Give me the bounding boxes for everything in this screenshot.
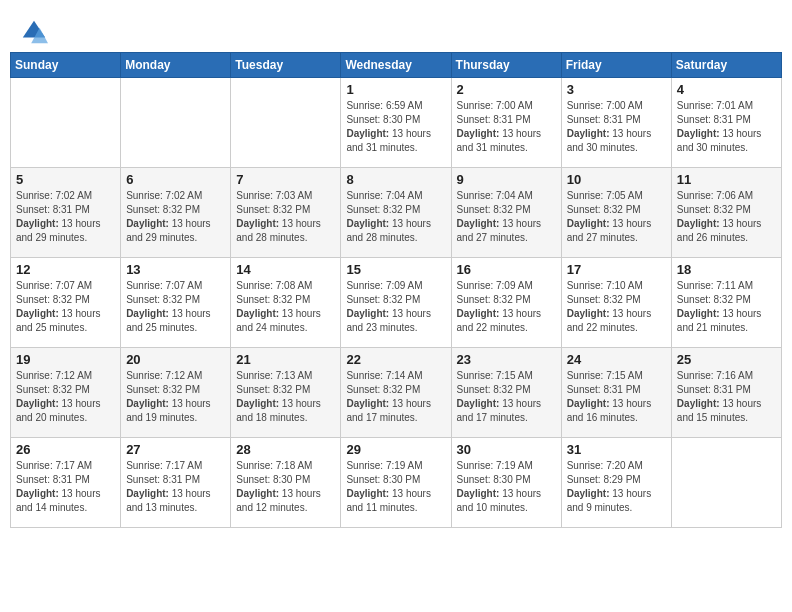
page-header — [10, 10, 782, 52]
calendar-week-3: 12Sunrise: 7:07 AMSunset: 8:32 PMDayligh… — [11, 258, 782, 348]
calendar-cell: 22Sunrise: 7:14 AMSunset: 8:32 PMDayligh… — [341, 348, 451, 438]
day-info: Sunrise: 7:10 AMSunset: 8:32 PMDaylight:… — [567, 279, 666, 335]
calendar-cell: 3Sunrise: 7:00 AMSunset: 8:31 PMDaylight… — [561, 78, 671, 168]
day-info: Sunrise: 7:20 AMSunset: 8:29 PMDaylight:… — [567, 459, 666, 515]
calendar-cell: 18Sunrise: 7:11 AMSunset: 8:32 PMDayligh… — [671, 258, 781, 348]
day-info: Sunrise: 7:09 AMSunset: 8:32 PMDaylight:… — [346, 279, 445, 335]
day-info: Sunrise: 7:09 AMSunset: 8:32 PMDaylight:… — [457, 279, 556, 335]
day-info: Sunrise: 7:12 AMSunset: 8:32 PMDaylight:… — [16, 369, 115, 425]
day-number: 16 — [457, 262, 556, 277]
day-number: 21 — [236, 352, 335, 367]
calendar-cell: 28Sunrise: 7:18 AMSunset: 8:30 PMDayligh… — [231, 438, 341, 528]
day-info: Sunrise: 7:01 AMSunset: 8:31 PMDaylight:… — [677, 99, 776, 155]
day-number: 17 — [567, 262, 666, 277]
day-info: Sunrise: 7:05 AMSunset: 8:32 PMDaylight:… — [567, 189, 666, 245]
day-number: 13 — [126, 262, 225, 277]
day-number: 20 — [126, 352, 225, 367]
weekday-header-tuesday: Tuesday — [231, 53, 341, 78]
day-number: 3 — [567, 82, 666, 97]
calendar-cell: 2Sunrise: 7:00 AMSunset: 8:31 PMDaylight… — [451, 78, 561, 168]
calendar-cell: 4Sunrise: 7:01 AMSunset: 8:31 PMDaylight… — [671, 78, 781, 168]
day-number: 24 — [567, 352, 666, 367]
calendar-cell: 10Sunrise: 7:05 AMSunset: 8:32 PMDayligh… — [561, 168, 671, 258]
calendar-cell: 31Sunrise: 7:20 AMSunset: 8:29 PMDayligh… — [561, 438, 671, 528]
calendar-week-4: 19Sunrise: 7:12 AMSunset: 8:32 PMDayligh… — [11, 348, 782, 438]
calendar-cell: 19Sunrise: 7:12 AMSunset: 8:32 PMDayligh… — [11, 348, 121, 438]
day-number: 1 — [346, 82, 445, 97]
calendar-cell: 9Sunrise: 7:04 AMSunset: 8:32 PMDaylight… — [451, 168, 561, 258]
day-number: 7 — [236, 172, 335, 187]
day-number: 12 — [16, 262, 115, 277]
day-info: Sunrise: 7:14 AMSunset: 8:32 PMDaylight:… — [346, 369, 445, 425]
day-number: 22 — [346, 352, 445, 367]
day-number: 23 — [457, 352, 556, 367]
day-number: 15 — [346, 262, 445, 277]
calendar-cell — [671, 438, 781, 528]
weekday-header-saturday: Saturday — [671, 53, 781, 78]
day-info: Sunrise: 7:04 AMSunset: 8:32 PMDaylight:… — [457, 189, 556, 245]
weekday-header-thursday: Thursday — [451, 53, 561, 78]
calendar-cell: 1Sunrise: 6:59 AMSunset: 8:30 PMDaylight… — [341, 78, 451, 168]
day-number: 28 — [236, 442, 335, 457]
calendar-cell: 23Sunrise: 7:15 AMSunset: 8:32 PMDayligh… — [451, 348, 561, 438]
day-info: Sunrise: 7:16 AMSunset: 8:31 PMDaylight:… — [677, 369, 776, 425]
day-number: 11 — [677, 172, 776, 187]
calendar-cell: 11Sunrise: 7:06 AMSunset: 8:32 PMDayligh… — [671, 168, 781, 258]
calendar-cell: 8Sunrise: 7:04 AMSunset: 8:32 PMDaylight… — [341, 168, 451, 258]
day-info: Sunrise: 7:11 AMSunset: 8:32 PMDaylight:… — [677, 279, 776, 335]
day-number: 5 — [16, 172, 115, 187]
day-info: Sunrise: 6:59 AMSunset: 8:30 PMDaylight:… — [346, 99, 445, 155]
day-number: 26 — [16, 442, 115, 457]
calendar-cell — [231, 78, 341, 168]
logo — [20, 18, 50, 46]
day-info: Sunrise: 7:02 AMSunset: 8:31 PMDaylight:… — [16, 189, 115, 245]
day-number: 9 — [457, 172, 556, 187]
day-info: Sunrise: 7:15 AMSunset: 8:32 PMDaylight:… — [457, 369, 556, 425]
day-info: Sunrise: 7:07 AMSunset: 8:32 PMDaylight:… — [126, 279, 225, 335]
day-number: 2 — [457, 82, 556, 97]
calendar-cell: 12Sunrise: 7:07 AMSunset: 8:32 PMDayligh… — [11, 258, 121, 348]
day-number: 27 — [126, 442, 225, 457]
calendar-cell: 5Sunrise: 7:02 AMSunset: 8:31 PMDaylight… — [11, 168, 121, 258]
calendar-week-5: 26Sunrise: 7:17 AMSunset: 8:31 PMDayligh… — [11, 438, 782, 528]
day-info: Sunrise: 7:03 AMSunset: 8:32 PMDaylight:… — [236, 189, 335, 245]
day-info: Sunrise: 7:17 AMSunset: 8:31 PMDaylight:… — [16, 459, 115, 515]
calendar-cell: 13Sunrise: 7:07 AMSunset: 8:32 PMDayligh… — [121, 258, 231, 348]
day-info: Sunrise: 7:02 AMSunset: 8:32 PMDaylight:… — [126, 189, 225, 245]
day-number: 31 — [567, 442, 666, 457]
calendar-cell: 15Sunrise: 7:09 AMSunset: 8:32 PMDayligh… — [341, 258, 451, 348]
day-number: 30 — [457, 442, 556, 457]
calendar-cell: 24Sunrise: 7:15 AMSunset: 8:31 PMDayligh… — [561, 348, 671, 438]
calendar-cell: 14Sunrise: 7:08 AMSunset: 8:32 PMDayligh… — [231, 258, 341, 348]
day-info: Sunrise: 7:13 AMSunset: 8:32 PMDaylight:… — [236, 369, 335, 425]
weekday-header-sunday: Sunday — [11, 53, 121, 78]
day-number: 4 — [677, 82, 776, 97]
day-number: 14 — [236, 262, 335, 277]
calendar-cell: 20Sunrise: 7:12 AMSunset: 8:32 PMDayligh… — [121, 348, 231, 438]
calendar-cell: 6Sunrise: 7:02 AMSunset: 8:32 PMDaylight… — [121, 168, 231, 258]
calendar-cell: 7Sunrise: 7:03 AMSunset: 8:32 PMDaylight… — [231, 168, 341, 258]
weekday-header-friday: Friday — [561, 53, 671, 78]
day-number: 19 — [16, 352, 115, 367]
day-number: 10 — [567, 172, 666, 187]
calendar-cell: 27Sunrise: 7:17 AMSunset: 8:31 PMDayligh… — [121, 438, 231, 528]
calendar-cell: 30Sunrise: 7:19 AMSunset: 8:30 PMDayligh… — [451, 438, 561, 528]
calendar-week-1: 1Sunrise: 6:59 AMSunset: 8:30 PMDaylight… — [11, 78, 782, 168]
day-info: Sunrise: 7:19 AMSunset: 8:30 PMDaylight:… — [346, 459, 445, 515]
calendar-cell: 29Sunrise: 7:19 AMSunset: 8:30 PMDayligh… — [341, 438, 451, 528]
day-number: 8 — [346, 172, 445, 187]
day-number: 18 — [677, 262, 776, 277]
calendar-cell — [11, 78, 121, 168]
calendar-week-2: 5Sunrise: 7:02 AMSunset: 8:31 PMDaylight… — [11, 168, 782, 258]
calendar-cell: 26Sunrise: 7:17 AMSunset: 8:31 PMDayligh… — [11, 438, 121, 528]
day-info: Sunrise: 7:12 AMSunset: 8:32 PMDaylight:… — [126, 369, 225, 425]
day-info: Sunrise: 7:18 AMSunset: 8:30 PMDaylight:… — [236, 459, 335, 515]
day-info: Sunrise: 7:19 AMSunset: 8:30 PMDaylight:… — [457, 459, 556, 515]
calendar-cell: 17Sunrise: 7:10 AMSunset: 8:32 PMDayligh… — [561, 258, 671, 348]
weekday-header-wednesday: Wednesday — [341, 53, 451, 78]
calendar-table: SundayMondayTuesdayWednesdayThursdayFrid… — [10, 52, 782, 528]
logo-icon — [20, 18, 48, 46]
day-info: Sunrise: 7:06 AMSunset: 8:32 PMDaylight:… — [677, 189, 776, 245]
calendar-cell: 25Sunrise: 7:16 AMSunset: 8:31 PMDayligh… — [671, 348, 781, 438]
day-info: Sunrise: 7:17 AMSunset: 8:31 PMDaylight:… — [126, 459, 225, 515]
